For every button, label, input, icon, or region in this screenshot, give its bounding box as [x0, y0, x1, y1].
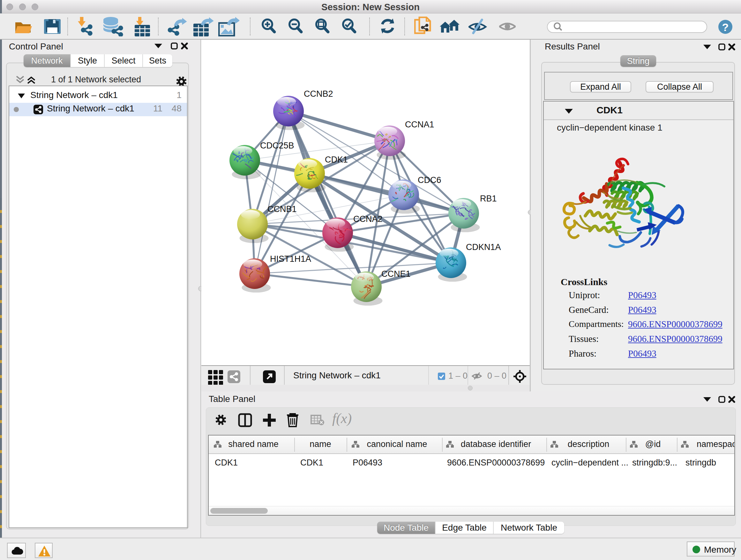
svg-text:RB1: RB1	[480, 194, 497, 203]
svg-text:CCNB1: CCNB1	[267, 204, 297, 214]
svg-text:CDK1: CDK1	[325, 155, 348, 165]
svg-text:CDC25B: CDC25B	[260, 141, 294, 150]
svg-text:?: ?	[722, 21, 729, 33]
svg-text:CCNB2: CCNB2	[304, 89, 333, 99]
svg-text:CDKN1A: CDKN1A	[466, 242, 501, 252]
svg-text:CDC6: CDC6	[418, 175, 441, 185]
svg-text:CCNA2: CCNA2	[353, 214, 383, 224]
svg-text:CCNE1: CCNE1	[381, 269, 411, 279]
svg-text:HIST1H1A: HIST1H1A	[270, 254, 311, 264]
svg-text:CCNA1: CCNA1	[405, 120, 434, 129]
